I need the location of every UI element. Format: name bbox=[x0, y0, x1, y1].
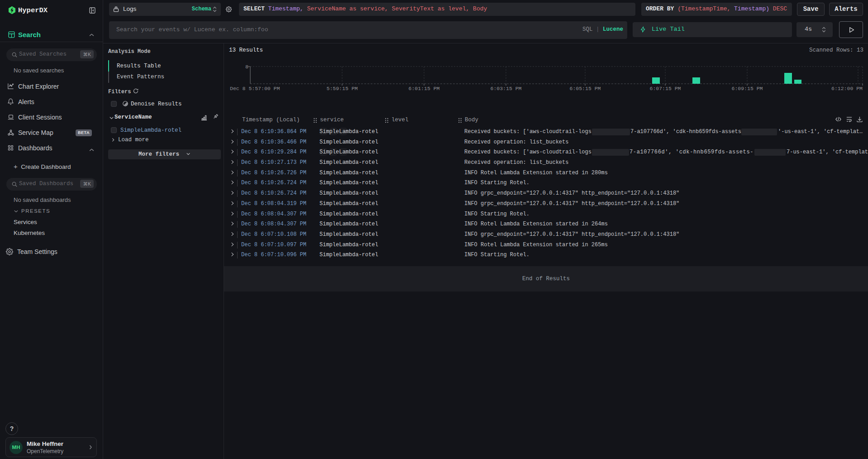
svg-text:8: 8 bbox=[245, 64, 248, 70]
